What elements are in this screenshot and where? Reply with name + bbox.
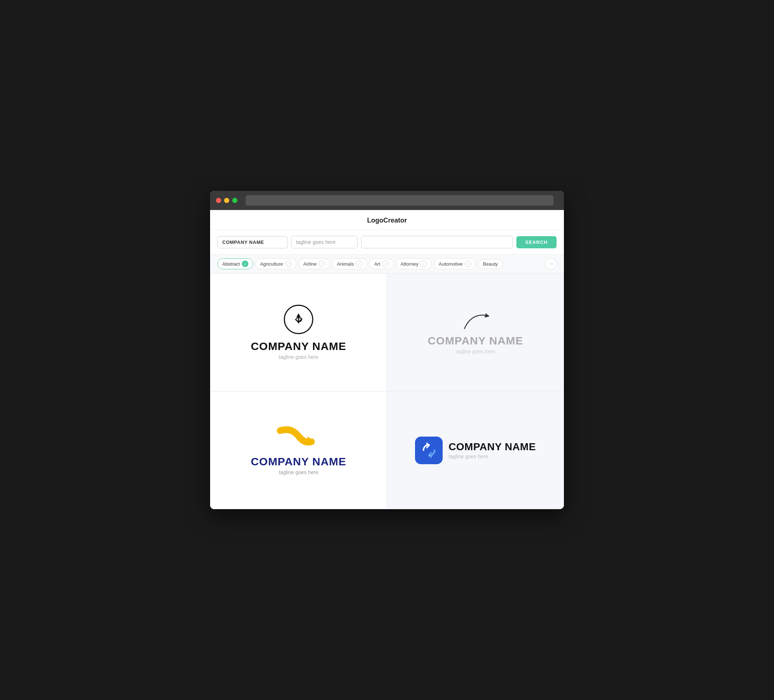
filter-chip-art[interactable]: Art ✓	[369, 258, 394, 269]
filter-chip-agriculture[interactable]: Agriculture ✓	[255, 258, 296, 269]
filter-chip-beauty[interactable]: Beauty	[478, 259, 502, 269]
logo1-tagline: tagline goes here	[279, 354, 318, 360]
check-icon-art: ✓	[382, 261, 389, 267]
logo2-icon	[461, 310, 490, 329]
logo1-company-name: COMPANY NAME	[251, 340, 346, 353]
logo2-tagline: tagline goes here	[456, 348, 495, 355]
logo4-content: COMPANY NAME tagline goes here	[415, 437, 536, 464]
filter-label-automotive: Automotive	[438, 261, 463, 267]
filter-chip-airline[interactable]: Airline ✓	[299, 258, 330, 269]
logo3-icon	[276, 425, 321, 452]
logo-cell-4[interactable]: COMPANY NAME tagline goes here	[387, 391, 564, 509]
logo4-icon-box	[415, 437, 443, 464]
logo-cell-1[interactable]: COMPANY NAME tagline goes here	[210, 273, 387, 391]
check-icon-abstract: ✓	[242, 261, 248, 267]
search-button[interactable]: SEARCH	[516, 236, 557, 248]
app-header: LogoCreator	[210, 210, 564, 230]
filter-label-agriculture: Agriculture	[260, 261, 283, 267]
keyword-input[interactable]	[361, 236, 513, 248]
tagline-input[interactable]	[291, 236, 357, 248]
logo3-company-name: COMPANY NAME	[251, 456, 346, 468]
close-button[interactable]	[216, 198, 221, 203]
minimize-button[interactable]	[224, 198, 229, 203]
logo4-tagline: tagline goes here	[448, 454, 536, 459]
logo4-company-name: COMPANY NAME	[448, 441, 536, 453]
filter-label-abstract: Abstract	[222, 261, 240, 267]
logo1-icon	[284, 305, 313, 334]
logo-grid: COMPANY NAME tagline goes here COMPANY N…	[210, 273, 564, 509]
browser-window: LogoCreator SEARCH Abstract ✓ Agricultur…	[210, 191, 564, 509]
filter-next-button[interactable]: →	[546, 258, 557, 269]
filter-label-airline: Airline	[303, 261, 317, 267]
logo-cell-2[interactable]: COMPANY NAME tagline goes here	[387, 273, 564, 391]
filter-chip-abstract[interactable]: Abstract ✓	[217, 258, 253, 269]
yellow-arrow-icon	[276, 425, 321, 451]
refresh-icon	[420, 441, 438, 459]
app-container: LogoCreator SEARCH Abstract ✓ Agricultur…	[210, 210, 564, 509]
curved-arrow-icon	[461, 310, 494, 330]
company-name-input[interactable]	[217, 236, 288, 248]
check-icon-automotive: ✓	[465, 261, 471, 267]
check-icon-agriculture: ✓	[285, 261, 291, 267]
app-title: LogoCreator	[367, 216, 407, 224]
address-bar[interactable]	[245, 195, 554, 206]
logo4-text-block: COMPANY NAME tagline goes here	[448, 441, 536, 459]
filter-label-art: Art	[374, 261, 380, 267]
check-icon-attorney: ✓	[420, 261, 427, 267]
logo-cell-3[interactable]: COMPANY NAME tagline goes here	[210, 391, 387, 509]
circle-arrow-icon	[290, 311, 307, 327]
search-bar: SEARCH	[210, 230, 564, 254]
browser-titlebar	[210, 191, 564, 210]
filter-chip-automotive[interactable]: Automotive ✓	[434, 258, 476, 269]
logo2-company-name: COMPANY NAME	[428, 335, 523, 347]
logo3-tagline: tagline goes here	[279, 469, 318, 475]
check-icon-airline: ✓	[318, 261, 325, 267]
filter-label-animals: Animals	[337, 261, 354, 267]
filter-chip-animals[interactable]: Animals ✓	[332, 258, 367, 269]
check-icon-animals: ✓	[356, 261, 362, 267]
filter-label-beauty: Beauty	[483, 261, 498, 267]
traffic-lights	[216, 198, 237, 203]
filter-label-attorney: Attorney	[401, 261, 418, 267]
maximize-button[interactable]	[232, 198, 237, 203]
filter-chip-attorney[interactable]: Attorney ✓	[396, 258, 432, 269]
filter-bar: Abstract ✓ Agriculture ✓ Airline ✓ Anima…	[210, 254, 564, 273]
